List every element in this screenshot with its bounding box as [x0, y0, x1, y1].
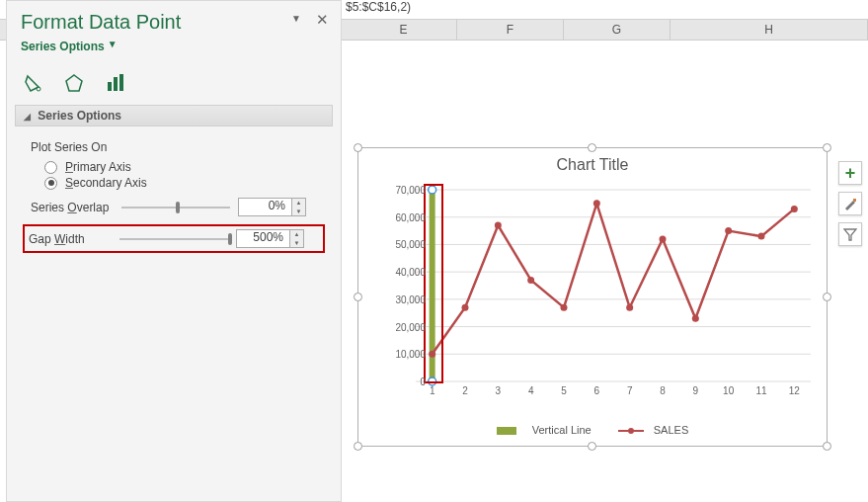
legend-item-sales[interactable]: SALES	[618, 424, 696, 436]
gap-width-highlight: Gap Width 500% ▲▼	[23, 224, 325, 253]
series-options-section-header[interactable]: ◢ Series Options	[15, 105, 333, 126]
secondary-axis-label: Secondary Axis	[65, 176, 147, 190]
x-tick-label: 9	[693, 385, 699, 396]
gap-width-slider[interactable]	[119, 233, 228, 245]
svg-point-17	[527, 277, 534, 284]
resize-handle[interactable]	[588, 143, 596, 152]
fill-outline-icon[interactable]	[21, 71, 44, 95]
chart-styles-button[interactable]	[838, 192, 862, 215]
svg-point-29	[628, 428, 634, 434]
primary-axis-radio[interactable]: Primary Axis	[44, 160, 325, 174]
x-tick-label: 6	[594, 385, 600, 396]
radio-icon	[44, 161, 57, 174]
chart-object[interactable]: Chart Title Vertical Line SALES 010,0002…	[357, 147, 828, 447]
legend-item-vertical-line[interactable]: Vertical Line	[489, 424, 599, 436]
section-title: Series Options	[38, 109, 121, 123]
gap-width-label: Gap Width	[29, 232, 119, 246]
gap-width-row: Gap Width 500% ▲▼	[29, 229, 319, 248]
svg-rect-3	[114, 77, 118, 91]
resize-handle[interactable]	[354, 293, 362, 301]
svg-point-16	[495, 222, 502, 229]
gap-width-spinner[interactable]: ▲▼	[290, 229, 304, 248]
y-tick-label: 20,000	[378, 321, 426, 332]
x-tick-label: 3	[496, 385, 502, 396]
format-data-point-pane: ▼ ✕ Format Data Point Series Options ▼ ◢…	[6, 0, 342, 502]
spin-up-icon: ▲	[294, 231, 300, 237]
x-tick-label: 4	[528, 385, 534, 396]
resize-handle[interactable]	[588, 442, 596, 451]
chart-legend[interactable]: Vertical Line SALES	[358, 424, 827, 436]
close-icon[interactable]: ✕	[316, 11, 329, 29]
svg-point-21	[660, 235, 667, 242]
pane-title: Format Data Point	[21, 11, 327, 34]
svg-point-24	[758, 233, 765, 240]
resize-handle[interactable]	[823, 442, 831, 451]
chart-elements-button[interactable]: +	[838, 161, 862, 185]
spin-down-icon: ▼	[294, 240, 300, 246]
chart-title[interactable]: Chart Title	[358, 148, 827, 176]
series-overlap-label: Series Overlap	[31, 201, 121, 214]
series-overlap-slider[interactable]	[121, 202, 230, 213]
y-tick-label: 0	[378, 376, 426, 387]
svg-point-22	[692, 315, 699, 322]
y-tick-label: 50,000	[378, 239, 426, 250]
col-header-H[interactable]: H	[671, 20, 868, 40]
y-tick-label: 60,000	[378, 211, 426, 222]
y-tick-label: 30,000	[378, 293, 426, 304]
series-options-icon[interactable]	[104, 71, 127, 95]
x-tick-label: 11	[755, 385, 766, 396]
svg-point-18	[561, 304, 568, 311]
pane-menu-icon[interactable]: ▼	[291, 13, 301, 24]
svg-rect-30	[853, 199, 856, 202]
y-tick-label: 70,000	[378, 185, 426, 196]
svg-point-25	[791, 206, 798, 212]
series-overlap-input[interactable]: 0%	[238, 198, 292, 216]
x-tick-label: 7	[627, 385, 633, 396]
effects-icon[interactable]	[62, 71, 86, 95]
resize-handle[interactable]	[354, 143, 362, 152]
formula-text: $5:$C$16,2)	[346, 0, 411, 14]
chart-canvas	[416, 190, 811, 381]
y-tick-label: 40,000	[378, 267, 426, 278]
legend-line-label: SALES	[654, 424, 688, 436]
svg-rect-4	[119, 74, 123, 91]
series-overlap-spinner[interactable]: ▲▼	[292, 198, 306, 216]
resize-handle[interactable]	[823, 143, 831, 152]
collapse-icon: ◢	[24, 112, 31, 122]
plot-area[interactable]	[416, 190, 811, 381]
primary-axis-label: Primary Axis	[65, 160, 131, 174]
resize-handle[interactable]	[823, 293, 831, 301]
svg-rect-2	[108, 82, 112, 91]
legend-bar-label: Vertical Line	[532, 424, 592, 436]
svg-point-23	[725, 227, 732, 234]
col-header-G[interactable]: G	[564, 20, 671, 40]
col-header-F[interactable]: F	[457, 20, 564, 40]
x-tick-label: 5	[561, 385, 567, 396]
brush-icon	[843, 197, 857, 210]
svg-marker-1	[66, 75, 82, 91]
series-overlap-row: Series Overlap 0% ▲▼	[31, 198, 325, 216]
y-tick-label: 10,000	[378, 349, 426, 360]
chart-filters-button[interactable]	[838, 222, 862, 246]
svg-point-20	[626, 304, 633, 311]
series-options-dropdown[interactable]: Series Options ▼	[21, 34, 327, 53]
secondary-axis-radio[interactable]: Secondary Axis	[44, 176, 325, 190]
x-tick-label: 2	[462, 385, 468, 396]
x-tick-label: 8	[660, 385, 666, 396]
svg-point-19	[593, 200, 600, 207]
x-tick-label: 12	[789, 385, 800, 396]
x-tick-label: 1	[430, 385, 435, 396]
funnel-icon	[843, 227, 857, 241]
chevron-down-icon: ▼	[108, 39, 118, 49]
pane-subtitle: Series Options	[21, 40, 105, 53]
svg-point-15	[462, 304, 469, 311]
x-tick-label: 10	[723, 385, 734, 396]
radio-icon-selected	[44, 177, 57, 190]
gap-width-input[interactable]: 500%	[236, 229, 290, 248]
bar-highlight-box	[424, 184, 443, 383]
plot-series-on-label: Plot Series On	[31, 140, 325, 154]
spin-up-icon: ▲	[296, 200, 302, 206]
spin-down-icon: ▼	[296, 209, 302, 214]
resize-handle[interactable]	[354, 442, 362, 451]
col-header-E[interactable]: E	[351, 20, 457, 40]
